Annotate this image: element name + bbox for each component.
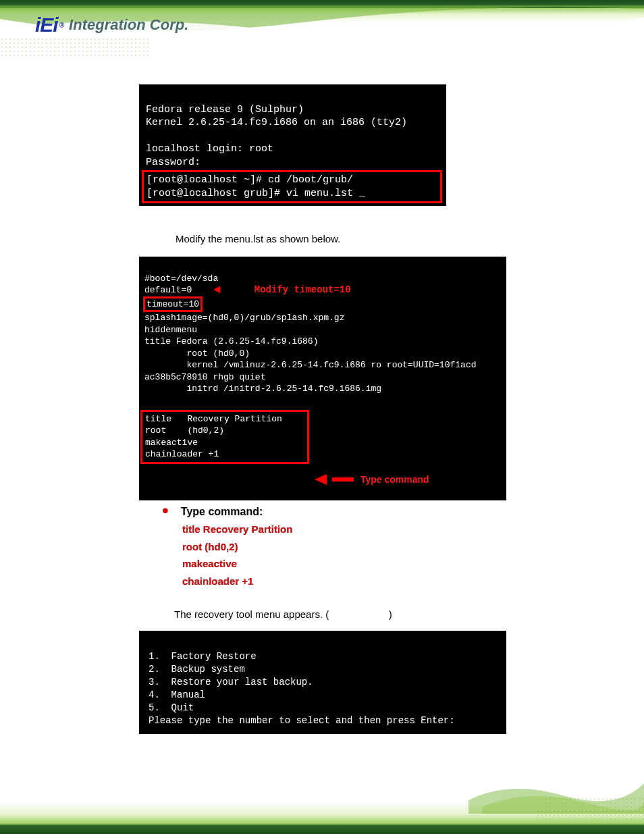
step-modify-text: Modify the menu.lst as shown below. (176, 233, 603, 244)
caption-block: • Type command: title Recovery Partition… (143, 500, 510, 595)
arrow-type-label: Type command (360, 473, 429, 486)
terminal-login-screenshot: Fedora release 9 (Sulphur) Kernel 2.6.25… (139, 84, 446, 206)
header-dots (0, 37, 149, 57)
t2-b4: chainloader +1 (145, 449, 219, 459)
footer-banner (0, 777, 644, 834)
command-lines: title Recovery Partition root (hd0,2) ma… (182, 521, 510, 590)
logo-text: Integration Corp. (69, 16, 188, 34)
cmd-title: title Recovery Partition (182, 521, 510, 538)
t3-l2: 2. Backup system (149, 664, 245, 675)
arrow-type-command: Type command (315, 473, 429, 486)
term1-redbox: [root@localhost ~]# cd /boot/grub/ [root… (142, 170, 442, 203)
t3-l5: 5. Quit (149, 702, 194, 713)
cmd-chainloader: chainloader +1 (182, 573, 510, 590)
recovery-text-b: ) (389, 608, 392, 620)
t2-b2: root (hd0,2) (145, 425, 224, 436)
t3-l6: Please type the number to select and the… (149, 715, 455, 726)
term1-l1: Fedora release 9 (Sulphur) (146, 104, 304, 115)
t2-l4: splashimage=(hd0,0)/grub/splash.xpm.gz (144, 313, 344, 323)
t2-l6: title Fedora (2.6.25-14.fc9.i686) (144, 336, 318, 346)
t2-timeout-box: timeout=10 (143, 296, 203, 313)
brand-logo: iEi® Integration Corp. (35, 14, 188, 36)
t2-l7: root (hd0,0) (144, 348, 250, 359)
footer-dots (536, 797, 644, 820)
t2-l5: hiddenmenu (144, 325, 197, 335)
t2-l10: initrd /initrd-2.6.25-14.fc9.i686.img (144, 384, 381, 394)
terminal-recovery-menu-screenshot: 1. Factory Restore 2. Backup system 3. R… (139, 631, 506, 733)
t2-l8: kernel /vmlinuz-2.6.25-14.fc9.i686 ro ro… (144, 360, 476, 370)
term1-box1: [root@localhost ~]# cd /boot/grub/ (146, 174, 353, 186)
arrow-line (332, 477, 354, 481)
t2-redbox-block: title Recovery Partition root (hd0,2) ma… (140, 410, 309, 464)
type-command-label: Type command: (181, 506, 263, 518)
t2-b3: makeactive (145, 438, 198, 448)
step-recovery-text: The recovery tool menu appears. ( ) (174, 608, 603, 620)
cmd-makeactive: makeactive (182, 555, 510, 573)
t2-l9: ac38b5c78910 rhgb quiet (144, 372, 265, 382)
header-banner: iEi® Integration Corp. (0, 0, 644, 57)
term1-l4: localhost login: root (146, 143, 273, 155)
term2-wrap: #boot=/dev/sda default=0 timeout=10Modif… (139, 257, 506, 595)
term1-box2: [root@localhost grub]# vi menu.lst _ (146, 188, 365, 199)
t3-l1: 1. Factory Restore (149, 651, 257, 662)
term1-l2: Kernel 2.6.25-14.fc9.i686 on an i686 (tt… (146, 117, 407, 128)
bullet-row: • Type command: (162, 506, 510, 518)
t2-l2: default=0 (144, 285, 192, 295)
t3-l3: 3. Restore your last backup. (149, 677, 313, 687)
logo-mark: iEi® (35, 14, 63, 36)
arrow-modify-timeout: Modify timeout=10 (213, 282, 351, 298)
page-content: Fedora release 9 (Sulphur) Kernel 2.6.25… (0, 57, 644, 824)
terminal-menulst-screenshot: #boot=/dev/sda default=0 timeout=10Modif… (139, 257, 506, 500)
recovery-text-a: The recovery tool menu appears. ( (174, 608, 329, 620)
footer-stripe (0, 825, 644, 834)
arrow-timeout-label: Modify timeout=10 (254, 284, 351, 295)
t2-b1: title Recovery Partition (145, 414, 282, 424)
bullet-icon: • (162, 506, 169, 515)
t3-l4: 4. Manual (149, 689, 205, 700)
arrow-left-icon (315, 474, 327, 485)
t2-l1: #boot=/dev/sda (144, 273, 218, 284)
cmd-root: root (hd0,2) (182, 538, 510, 556)
term1-l5: Password: (146, 157, 200, 168)
